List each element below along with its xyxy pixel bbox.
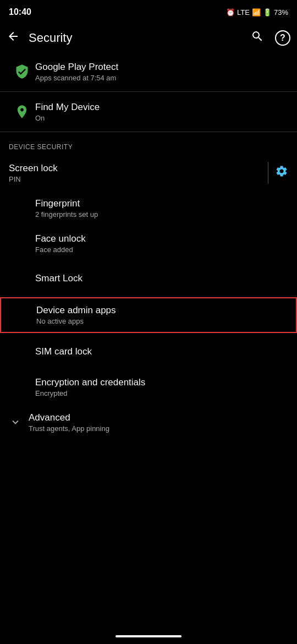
smart-lock-content: Smart Lock: [35, 273, 288, 284]
device-security-header: DEVICE SECURITY: [0, 134, 297, 155]
page-title: Security: [29, 31, 251, 45]
sim-card-lock-item[interactable]: SIM card lock: [0, 334, 297, 369]
play-protect-subtitle: Apps scanned at 7:54 am: [35, 74, 288, 82]
nav-bar: [0, 631, 297, 644]
screen-lock-subtitle: PIN: [9, 175, 261, 183]
encryption-title: Encryption and credentials: [35, 377, 288, 388]
face-unlock-content: Face unlock Face added: [35, 233, 288, 254]
face-unlock-subtitle: Face added: [35, 245, 288, 254]
bottom-spacer: [0, 440, 297, 466]
advanced-content: Advanced Trust agents, App pinning: [29, 412, 288, 433]
divider-1: [0, 91, 297, 92]
find-my-device-content: Find My Device On: [35, 102, 288, 122]
home-indicator: [116, 635, 182, 637]
header-actions: ?: [251, 30, 290, 46]
play-protect-title: Google Play Protect: [35, 62, 288, 73]
smart-lock-item[interactable]: Smart Lock: [0, 261, 297, 296]
status-time: 10:40: [9, 7, 31, 17]
encryption-subtitle: Encrypted: [35, 389, 288, 397]
screen-lock-title: Screen lock: [9, 163, 261, 174]
sim-card-lock-content: SIM card lock: [35, 346, 288, 357]
sim-card-lock-title: SIM card lock: [35, 346, 288, 357]
lte-icon: LTE: [237, 8, 250, 17]
screen-lock-separator: [268, 162, 268, 184]
fingerprint-subtitle: 2 fingerprints set up: [35, 210, 288, 219]
advanced-title: Advanced: [29, 412, 288, 423]
play-protect-content: Google Play Protect Apps scanned at 7:54…: [35, 62, 288, 82]
alarm-icon: ⏰: [226, 8, 235, 17]
battery-percent: 73%: [274, 8, 288, 17]
back-button[interactable]: [7, 30, 20, 46]
help-button[interactable]: ?: [275, 30, 290, 46]
screen-lock-settings-button[interactable]: [275, 165, 288, 181]
face-unlock-title: Face unlock: [35, 233, 288, 244]
screen-lock-content: Screen lock PIN: [9, 163, 261, 183]
find-my-device-item[interactable]: Find My Device On: [0, 94, 297, 129]
find-my-device-title: Find My Device: [35, 102, 288, 113]
admin-apps-content: Device admin apps No active apps: [36, 305, 287, 325]
advanced-subtitle: Trust agents, App pinning: [29, 424, 288, 433]
screen-lock-item[interactable]: Screen lock PIN: [0, 155, 297, 190]
fingerprint-title: Fingerprint: [35, 198, 288, 209]
battery-icon: 🔋: [263, 8, 272, 17]
fingerprint-content: Fingerprint 2 fingerprints set up: [35, 198, 288, 219]
face-unlock-item[interactable]: Face unlock Face added: [0, 226, 297, 261]
play-protect-icon: [9, 64, 35, 79]
find-my-device-subtitle: On: [35, 114, 288, 122]
status-bar: 10:40 ⏰ LTE 📶 🔋 73%: [0, 0, 297, 22]
signal-icon: 📶: [252, 8, 261, 17]
google-play-protect-item[interactable]: Google Play Protect Apps scanned at 7:54…: [0, 54, 297, 89]
fingerprint-item[interactable]: Fingerprint 2 fingerprints set up: [0, 190, 297, 226]
encryption-credentials-item[interactable]: Encryption and credentials Encrypted: [0, 369, 297, 405]
encryption-content: Encryption and credentials Encrypted: [35, 377, 288, 397]
status-icons: ⏰ LTE 📶 🔋 73%: [226, 8, 288, 17]
device-admin-apps-item[interactable]: Device admin apps No active apps: [0, 297, 297, 333]
search-button[interactable]: [251, 30, 264, 46]
find-my-device-icon: [9, 104, 35, 119]
divider-2: [0, 132, 297, 132]
header: Security ?: [0, 22, 297, 54]
admin-apps-subtitle: No active apps: [36, 317, 287, 325]
advanced-item[interactable]: Advanced Trust agents, App pinning: [0, 405, 297, 440]
admin-apps-title: Device admin apps: [36, 305, 287, 316]
chevron-down-icon: [9, 416, 22, 429]
smart-lock-title: Smart Lock: [35, 273, 288, 284]
